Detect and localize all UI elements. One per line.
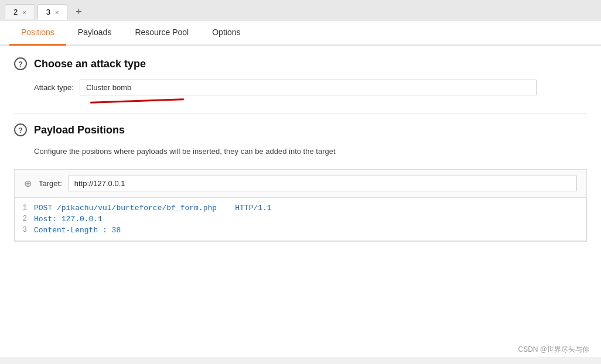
- line-content-2: Host: 127.0.0.1: [34, 215, 103, 224]
- red-underline-container: [34, 100, 587, 102]
- line-number-3: 3: [15, 226, 34, 235]
- add-tab-button[interactable]: +: [70, 4, 88, 20]
- section-divider: [14, 114, 587, 114]
- line-content-1: POST /pikachu/vul/burteforce/bf_form.php…: [34, 204, 272, 212]
- target-section: ⊕ Target: 1 POST /pikachu/vul/burteforce…: [14, 169, 587, 242]
- code-line-2: 2 Host: 127.0.0.1: [15, 214, 586, 225]
- target-label: Target:: [39, 179, 62, 188]
- payload-positions-section-header: ? Payload Positions: [14, 123, 587, 136]
- attack-type-section-header: ? Choose an attack type: [14, 57, 587, 70]
- main-content: ? Choose an attack type Attack type: ? P…: [0, 46, 601, 357]
- attack-type-label: Attack type:: [34, 83, 74, 92]
- tab-3-label: 3: [46, 8, 50, 16]
- code-area: 1 POST /pikachu/vul/burteforce/bf_form.p…: [15, 198, 586, 241]
- tab-resource-pool[interactable]: Resource Pool: [123, 20, 200, 46]
- code-line-3: 3 Content-Length : 38: [15, 225, 586, 236]
- tab-2-label: 2: [13, 8, 18, 16]
- attack-type-row: Attack type:: [34, 80, 587, 95]
- tab-3[interactable]: 3 ×: [37, 4, 68, 20]
- nav-tabs: Positions Payloads Resource Pool Options: [0, 20, 601, 46]
- red-underline-annotation: [90, 98, 184, 104]
- target-row: ⊕ Target:: [15, 170, 586, 198]
- line-number-2: 2: [15, 215, 34, 224]
- tab-payloads[interactable]: Payloads: [66, 20, 124, 46]
- attack-type-title: Choose an attack type: [34, 58, 146, 70]
- tab-options[interactable]: Options: [200, 20, 252, 46]
- tab-bar: 2 × 3 × +: [0, 0, 601, 20]
- payload-positions-help-icon[interactable]: ?: [14, 123, 27, 136]
- tab-2[interactable]: 2 ×: [5, 4, 35, 19]
- crosshair-icon: ⊕: [24, 178, 32, 189]
- payload-description: Configure the positions where payloads w…: [34, 146, 587, 157]
- line-content-3: Content-Length : 38: [34, 226, 121, 235]
- tab-positions[interactable]: Positions: [9, 20, 66, 46]
- attack-type-help-icon[interactable]: ?: [14, 57, 27, 70]
- watermark: CSDN @世界尽头与你: [518, 345, 589, 355]
- target-input[interactable]: [68, 176, 577, 191]
- tab-2-close[interactable]: ×: [22, 9, 26, 16]
- payload-positions-title: Payload Positions: [34, 124, 125, 136]
- code-line-1: 1 POST /pikachu/vul/burteforce/bf_form.p…: [15, 202, 586, 214]
- tab-3-close[interactable]: ×: [55, 9, 59, 16]
- attack-type-input[interactable]: [80, 80, 537, 95]
- line-number-1: 1: [15, 204, 34, 212]
